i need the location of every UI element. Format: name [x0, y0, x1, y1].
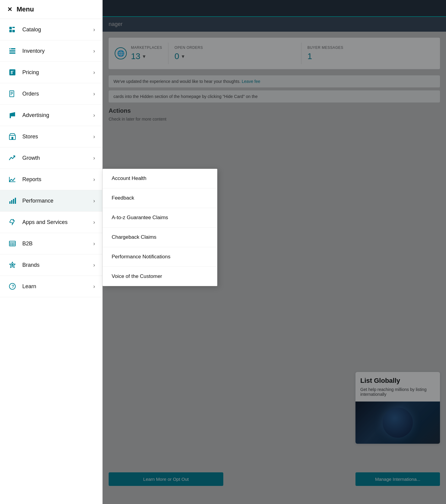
sidebar-item-catalog[interactable]: Catalog ›: [0, 19, 102, 40]
inventory-chevron-icon: ›: [93, 48, 95, 54]
sidebar-header: ✕ Menu: [0, 0, 102, 19]
orders-label: Orders: [22, 91, 93, 97]
sidebar-item-apps-services[interactable]: Apps and Services ›: [0, 212, 102, 233]
apps-services-chevron-icon: ›: [93, 219, 95, 225]
svg-text:?: ?: [12, 284, 14, 289]
submenu-account-health[interactable]: Account Health: [103, 169, 217, 188]
growth-label: Growth: [22, 155, 93, 161]
sidebar-item-b2b[interactable]: B2B ›: [0, 233, 102, 254]
reports-chevron-icon: ›: [93, 176, 95, 183]
submenu-atoz-claims[interactable]: A-to-z Guarantee Claims: [103, 208, 217, 228]
stores-icon: [7, 131, 18, 142]
sidebar-item-stores[interactable]: Stores ›: [0, 126, 102, 147]
svg-rect-1: [12, 27, 15, 28]
advertising-chevron-icon: ›: [93, 112, 95, 118]
pricing-label: Pricing: [22, 69, 93, 76]
sidebar-item-inventory[interactable]: Inventory ›: [0, 40, 102, 62]
inventory-label: Inventory: [22, 48, 93, 54]
sidebar: ✕ Menu Catalog › Inventory ›: [0, 0, 103, 504]
pricing-chevron-icon: ›: [93, 69, 95, 76]
sidebar-item-reports[interactable]: Reports ›: [0, 169, 102, 190]
sidebar-item-advertising[interactable]: Advertising ›: [0, 105, 102, 126]
b2b-icon: [7, 238, 18, 249]
sidebar-item-learn[interactable]: ? Learn ›: [0, 276, 102, 297]
brands-icon: [7, 260, 18, 270]
performance-chevron-icon: ›: [93, 198, 95, 204]
advertising-label: Advertising: [22, 112, 93, 118]
reports-icon: [7, 174, 18, 184]
svg-rect-7: [10, 49, 11, 49]
apps-services-icon: [7, 217, 18, 227]
brands-label: Brands: [22, 262, 93, 268]
svg-rect-16: [10, 116, 11, 118]
orders-icon: [7, 89, 18, 99]
submenu-voice-of-customer[interactable]: Voice of the Customer: [103, 267, 217, 286]
reports-label: Reports: [22, 176, 93, 183]
sidebar-item-growth[interactable]: Growth ›: [0, 147, 102, 169]
brands-chevron-icon: ›: [93, 262, 95, 268]
svg-point-31: [11, 264, 13, 266]
svg-rect-24: [15, 198, 16, 204]
svg-marker-15: [10, 112, 15, 116]
svg-rect-2: [9, 30, 12, 32]
sidebar-item-pricing[interactable]: $ Pricing ›: [0, 62, 102, 83]
svg-rect-0: [9, 27, 12, 29]
catalog-icon: [7, 24, 18, 35]
b2b-label: B2B: [22, 241, 93, 247]
svg-rect-3: [12, 30, 15, 32]
learn-chevron-icon: ›: [93, 283, 95, 290]
orders-chevron-icon: ›: [93, 91, 95, 97]
sidebar-item-orders[interactable]: Orders ›: [0, 83, 102, 105]
pricing-icon: $: [7, 67, 18, 77]
sidebar-item-performance[interactable]: Performance ›: [0, 190, 102, 212]
apps-services-label: Apps and Services: [22, 219, 93, 225]
svg-rect-21: [9, 201, 11, 204]
svg-rect-5: [9, 50, 15, 52]
sidebar-item-brands[interactable]: Brands ›: [0, 254, 102, 276]
growth-icon: [7, 153, 18, 163]
performance-icon: [7, 196, 18, 206]
b2b-chevron-icon: ›: [93, 241, 95, 247]
close-icon[interactable]: ✕: [7, 6, 12, 13]
svg-rect-18: [11, 137, 13, 140]
submenu-feedback[interactable]: Feedback: [103, 188, 217, 208]
submenu-chargeback-claims[interactable]: Chargeback Claims: [103, 228, 217, 247]
growth-chevron-icon: ›: [93, 155, 95, 161]
sidebar-title: Menu: [17, 5, 34, 13]
stores-label: Stores: [22, 134, 93, 140]
advertising-icon: [7, 110, 18, 120]
submenu-performance-notifications[interactable]: Performance Notifications: [103, 247, 217, 267]
stores-chevron-icon: ›: [93, 134, 95, 140]
learn-icon: ?: [7, 281, 18, 291]
performance-submenu: Account Health Feedback A-to-z Guarantee…: [103, 169, 217, 286]
performance-label: Performance: [22, 198, 93, 204]
learn-label: Learn: [22, 283, 93, 290]
inventory-icon: [7, 46, 18, 56]
svg-rect-6: [9, 52, 15, 54]
catalog-chevron-icon: ›: [93, 27, 95, 33]
svg-rect-23: [13, 199, 14, 204]
catalog-label: Catalog: [22, 27, 93, 33]
svg-rect-22: [11, 200, 12, 204]
